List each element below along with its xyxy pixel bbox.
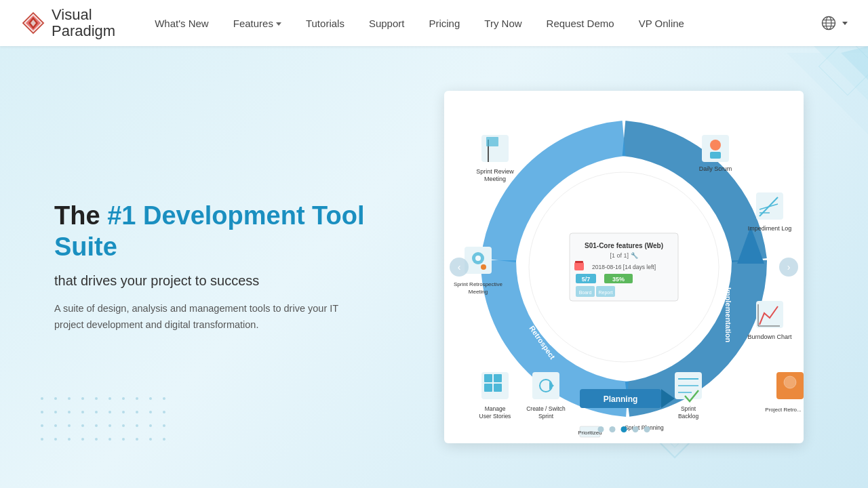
svg-point-85: [784, 376, 796, 388]
svg-text:5/7: 5/7: [582, 276, 591, 283]
svg-point-50: [475, 256, 481, 261]
carousel-dot-2[interactable]: [610, 426, 616, 432]
svg-text:Sprint: Sprint: [538, 413, 554, 420]
svg-text:Daily Scrum: Daily Scrum: [699, 165, 732, 172]
carousel-dot-4[interactable]: [633, 426, 639, 432]
carousel-prev-button[interactable]: ‹: [450, 258, 469, 277]
carousel-next-button[interactable]: ›: [779, 258, 798, 277]
hero-content-left: The #1 Development Tool Suite that drive…: [0, 201, 393, 333]
navbar: Visual Paradigm What's New Features Tuto…: [0, 0, 868, 46]
svg-text:Impediment Log: Impediment Log: [748, 225, 792, 232]
logo-icon: [20, 10, 46, 36]
svg-text:Sprint: Sprint: [681, 405, 696, 412]
nav-links: What's New Features Tutorials Support Pr…: [142, 0, 818, 46]
svg-rect-65: [494, 374, 502, 382]
svg-text:Manage: Manage: [485, 405, 506, 412]
svg-text:[1 of 1] 🔧: [1 of 1] 🔧: [610, 251, 638, 260]
hero-section: // Generate 40 dots (10x4) for(let i=0;i…: [0, 46, 868, 488]
svg-rect-67: [494, 384, 502, 392]
globe-icon: [821, 15, 837, 31]
svg-rect-64: [484, 374, 492, 382]
svg-rect-41: [710, 152, 721, 159]
svg-text:Sprint Retrospective: Sprint Retrospective: [454, 281, 503, 287]
svg-text:Burndown Chart: Burndown Chart: [747, 333, 792, 340]
nav-item-features[interactable]: Features: [221, 0, 294, 46]
language-dropdown-icon: [842, 22, 848, 25]
svg-text:Planning: Planning: [604, 394, 638, 404]
features-dropdown-icon: [276, 22, 281, 26]
svg-text:User Stories: User Stories: [479, 413, 511, 420]
svg-rect-21: [574, 262, 584, 270]
carousel-dot-1[interactable]: [598, 426, 604, 432]
dot-grid-decoration: // Generate 40 dots (10x4) for(let i=0;i…: [41, 397, 172, 447]
hero-title: The #1 Development Tool Suite: [54, 201, 393, 262]
diagram-card: ‹ › S01-Core features (Web): [444, 91, 804, 443]
hero-subtitle: that drives your project to success: [54, 273, 393, 289]
svg-text:Report: Report: [598, 290, 612, 296]
nav-item-try-now[interactable]: Try Now: [472, 0, 534, 46]
nav-item-request-demo[interactable]: Request Demo: [534, 0, 627, 46]
svg-rect-22: [575, 261, 583, 263]
logo[interactable]: Visual Paradigm: [20, 7, 115, 39]
logo-text: Visual Paradigm: [52, 7, 115, 39]
hero-description: A suite of design, analysis and manageme…: [54, 301, 366, 333]
language-selector[interactable]: [818, 12, 840, 34]
svg-text:Sprint Review: Sprint Review: [476, 168, 514, 175]
svg-text:S01-Core features (Web): S01-Core features (Web): [585, 242, 663, 249]
svg-text:Meeting: Meeting: [484, 176, 506, 182]
nav-item-whats-new[interactable]: What's New: [142, 0, 221, 46]
svg-text:35%: 35%: [612, 276, 625, 283]
carousel-dot-3[interactable]: [621, 426, 627, 432]
svg-point-40: [710, 140, 721, 150]
svg-rect-66: [484, 384, 492, 392]
nav-item-pricing[interactable]: Pricing: [416, 0, 472, 46]
carousel-dots: [598, 426, 650, 432]
scrum-diagram: S01-Core features (Web) [1 of 1] 🔧 2018-…: [444, 91, 804, 443]
nav-item-support[interactable]: Support: [357, 0, 417, 46]
carousel-dot-5[interactable]: [644, 426, 650, 432]
svg-text:Backlog: Backlog: [678, 413, 699, 420]
hero-content-right: ‹ › S01-Core features (Web): [393, 91, 868, 443]
svg-text:Meeting: Meeting: [469, 289, 488, 295]
svg-point-51: [481, 264, 486, 270]
svg-text:2018-08-16 [14 days left]: 2018-08-16 [14 days left]: [592, 264, 656, 270]
svg-text:Create / Switch: Create / Switch: [526, 405, 566, 412]
svg-text:Implementation: Implementation: [724, 287, 732, 343]
svg-text:Board: Board: [579, 290, 592, 295]
svg-rect-70: [532, 372, 559, 399]
svg-text:Project Retro...: Project Retro...: [765, 407, 801, 413]
nav-item-vp-online[interactable]: VP Online: [627, 0, 696, 46]
svg-rect-45: [486, 137, 498, 146]
nav-item-tutorials[interactable]: Tutorials: [294, 0, 357, 46]
nav-right: [818, 12, 848, 34]
